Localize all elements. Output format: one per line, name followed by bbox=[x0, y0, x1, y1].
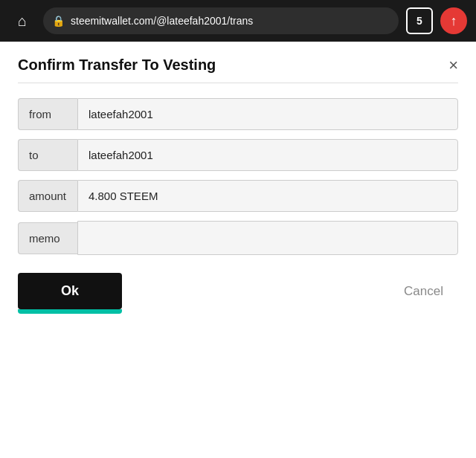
from-label: from bbox=[18, 98, 77, 130]
from-field-row: from lateefah2001 bbox=[18, 98, 458, 130]
dialog-buttons: Ok Cancel bbox=[18, 273, 458, 309]
header-divider bbox=[18, 83, 458, 83]
dialog-title: Confirm Transfer To Vesting bbox=[18, 57, 216, 74]
cancel-button[interactable]: Cancel bbox=[389, 274, 458, 309]
amount-value: 4.800 STEEM bbox=[77, 180, 458, 212]
home-button[interactable]: ⌂ bbox=[9, 7, 36, 34]
memo-value[interactable] bbox=[77, 221, 458, 255]
amount-label: amount bbox=[18, 180, 77, 212]
tab-count-label: 5 bbox=[416, 15, 422, 27]
from-value: lateefah2001 bbox=[77, 98, 458, 130]
amount-field-row: amount 4.800 STEEM bbox=[18, 180, 458, 212]
ok-button[interactable]: Ok bbox=[18, 273, 122, 309]
dialog-header: Confirm Transfer To Vesting × bbox=[18, 57, 458, 74]
memo-label: memo bbox=[18, 222, 77, 254]
upload-icon: ↑ bbox=[451, 13, 457, 29]
to-field-row: to lateefah2001 bbox=[18, 139, 458, 171]
address-bar[interactable]: 🔒 steemitwallet.com/@lateefah2001/trans bbox=[43, 7, 399, 34]
memo-field-row: memo bbox=[18, 221, 458, 255]
home-icon: ⌂ bbox=[18, 13, 27, 30]
close-button[interactable]: × bbox=[448, 57, 458, 74]
confirm-transfer-dialog: Confirm Transfer To Vesting × from latee… bbox=[0, 42, 476, 332]
to-value: lateefah2001 bbox=[77, 139, 458, 171]
lock-icon: 🔒 bbox=[52, 15, 65, 27]
to-label: to bbox=[18, 139, 77, 171]
upload-button[interactable]: ↑ bbox=[440, 7, 467, 34]
url-text: steemitwallet.com/@lateefah2001/trans bbox=[71, 15, 390, 27]
tab-count-badge[interactable]: 5 bbox=[406, 7, 433, 34]
browser-chrome: ⌂ 🔒 steemitwallet.com/@lateefah2001/tran… bbox=[0, 0, 476, 42]
